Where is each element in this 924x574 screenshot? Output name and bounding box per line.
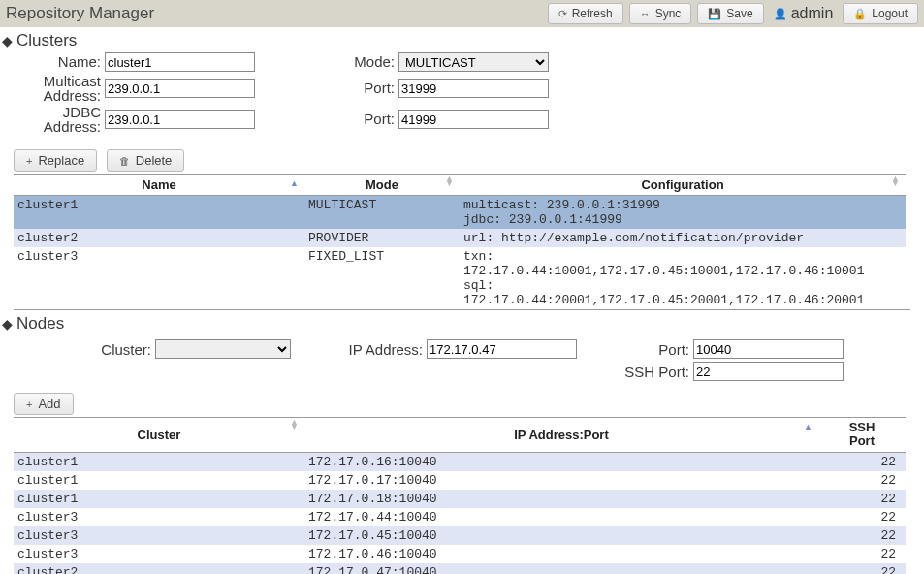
sync-icon: ↔ bbox=[640, 8, 651, 19]
cell-mode: FIXED_LIST bbox=[304, 247, 460, 309]
cluster-select[interactable] bbox=[155, 339, 291, 359]
cell-ipport: 172.17.0.44:10040 bbox=[304, 508, 818, 526]
port1-label: Port: bbox=[313, 80, 398, 96]
add-label: Add bbox=[38, 397, 60, 411]
user-label: 👤 admin bbox=[774, 5, 834, 22]
nodes-heading: ◆ Nodes bbox=[2, 314, 924, 334]
sort-icon: ▲▼ bbox=[891, 176, 900, 187]
cell-cluster: cluster1 bbox=[14, 490, 304, 508]
mode-select[interactable]: MULTICAST bbox=[398, 52, 549, 72]
clusters-form: Name: Mode: MULTICAST MulticastAddress: … bbox=[0, 52, 924, 142]
refresh-button[interactable]: ⟳ Refresh bbox=[548, 3, 623, 24]
cell-cluster: cluster1 bbox=[14, 471, 304, 490]
lock-icon: 🔒 bbox=[853, 8, 867, 20]
table-row[interactable]: cluster3172.17.0.44:1004022 bbox=[14, 508, 906, 526]
table-row[interactable]: cluster1172.17.0.18:1004022 bbox=[14, 490, 906, 508]
cluster-label: Cluster: bbox=[10, 341, 155, 358]
col-mode[interactable]: Mode▲▼ bbox=[304, 175, 460, 196]
table-row[interactable]: cluster1MULTICASTmulticast: 239.0.0.1:31… bbox=[14, 196, 906, 230]
table-row[interactable]: cluster3FIXED_LISTtxn: 172.17.0.44:10001… bbox=[14, 247, 906, 309]
cell-ipport: 172.17.0.46:10040 bbox=[304, 545, 818, 563]
sync-label: Sync bbox=[655, 7, 682, 20]
table-row[interactable]: cluster1172.17.0.16:1004022 bbox=[14, 452, 906, 471]
sync-button[interactable]: ↔ Sync bbox=[629, 3, 692, 24]
diamond-icon: ◆ bbox=[2, 317, 13, 331]
port-label: Port: bbox=[606, 341, 693, 358]
cell-ipport: 172.17.0.18:10040 bbox=[304, 490, 818, 508]
cell-name: cluster2 bbox=[14, 229, 304, 247]
table-row[interactable]: cluster3172.17.0.45:1004022 bbox=[14, 526, 906, 545]
mode-label: Mode: bbox=[313, 54, 398, 70]
nodes-table: Cluster▲▼ IP Address:Port▲ SSHPort clust… bbox=[14, 417, 906, 574]
app-title: Repository Manager bbox=[6, 4, 154, 23]
cell-ssh: 22 bbox=[818, 471, 906, 490]
delete-label: Delete bbox=[136, 153, 173, 168]
save-label: Save bbox=[726, 7, 752, 20]
cell-name: cluster3 bbox=[14, 247, 304, 309]
nodes-title: Nodes bbox=[16, 314, 64, 334]
clusters-table: Name▲ Mode▲▼ Configuration▲▼ cluster1MUL… bbox=[14, 174, 906, 309]
save-icon: 💾 bbox=[708, 8, 721, 20]
name-input[interactable] bbox=[105, 52, 255, 72]
cell-config: txn: 172.17.0.44:10001,172.17.0.45:10001… bbox=[460, 247, 906, 309]
replace-button[interactable]: + Replace bbox=[14, 149, 97, 172]
port2-input[interactable] bbox=[398, 110, 549, 129]
table-row[interactable]: cluster2172.17.0.47:1004022 bbox=[14, 563, 906, 574]
cell-ssh: 22 bbox=[818, 508, 906, 526]
ip-input[interactable] bbox=[427, 339, 577, 359]
logout-label: Logout bbox=[872, 7, 908, 20]
save-button[interactable]: 💾 Save bbox=[697, 3, 763, 24]
diamond-icon: ◆ bbox=[2, 34, 13, 48]
cell-cluster: cluster3 bbox=[14, 545, 304, 563]
cell-cluster: cluster3 bbox=[14, 526, 304, 545]
jdbc-addr-input[interactable] bbox=[105, 110, 255, 129]
cell-ssh: 22 bbox=[818, 563, 906, 574]
user-name: admin bbox=[791, 5, 834, 22]
col-ipport[interactable]: IP Address:Port▲ bbox=[304, 418, 818, 453]
cell-ssh: 22 bbox=[818, 452, 906, 471]
ip-label: IP Address: bbox=[320, 341, 427, 358]
multicast-addr-input[interactable] bbox=[105, 79, 255, 98]
plus-icon: + bbox=[26, 399, 32, 410]
multicast-addr-label: MulticastAddress: bbox=[10, 74, 105, 103]
cell-ipport: 172.17.0.16:10040 bbox=[304, 452, 818, 471]
trash-icon: 🗑 bbox=[119, 155, 130, 167]
user-icon: 👤 bbox=[774, 8, 787, 20]
name-label: Name: bbox=[10, 54, 105, 70]
delete-button[interactable]: 🗑 Delete bbox=[107, 149, 185, 172]
refresh-label: Refresh bbox=[572, 7, 613, 20]
cell-name: cluster1 bbox=[14, 196, 304, 230]
table-row[interactable]: cluster2PROVIDERurl: http://example.com/… bbox=[14, 229, 906, 247]
header-bar: Repository Manager ⟳ Refresh ↔ Sync 💾 Sa… bbox=[0, 0, 924, 27]
cell-ipport: 172.17.0.17:10040 bbox=[304, 471, 818, 490]
col-cluster[interactable]: Cluster▲▼ bbox=[14, 418, 304, 453]
sort-icon: ▲▼ bbox=[445, 176, 454, 187]
add-button[interactable]: + Add bbox=[14, 393, 74, 415]
cell-config: url: http://example.com/notification/pro… bbox=[460, 229, 906, 247]
clusters-heading: ◆ Clusters bbox=[2, 31, 924, 50]
ssh-input[interactable] bbox=[693, 362, 844, 381]
cell-ipport: 172.17.0.47:10040 bbox=[304, 563, 818, 574]
cell-cluster: cluster1 bbox=[14, 452, 304, 471]
cell-ssh: 22 bbox=[818, 490, 906, 508]
sort-icon: ▲▼ bbox=[290, 420, 299, 430]
port2-label: Port: bbox=[313, 112, 398, 127]
port-input[interactable] bbox=[693, 339, 844, 359]
cell-ssh: 22 bbox=[818, 545, 906, 563]
nodes-form: Cluster: IP Address: Port: SSH Port: bbox=[0, 335, 924, 385]
ssh-label: SSH Port: bbox=[606, 364, 693, 380]
col-config[interactable]: Configuration▲▼ bbox=[460, 175, 906, 196]
logout-button[interactable]: 🔒 Logout bbox=[843, 3, 918, 24]
col-name[interactable]: Name▲ bbox=[14, 175, 304, 196]
replace-label: Replace bbox=[38, 153, 84, 168]
table-row[interactable]: cluster3172.17.0.46:1004022 bbox=[14, 545, 906, 563]
col-ssh[interactable]: SSHPort bbox=[818, 418, 906, 453]
jdbc-addr-label: JDBCAddress: bbox=[10, 105, 105, 134]
port1-input[interactable] bbox=[398, 79, 549, 98]
cell-ssh: 22 bbox=[818, 526, 906, 545]
sort-asc-icon: ▲ bbox=[290, 178, 299, 188]
clusters-title: Clusters bbox=[16, 31, 77, 50]
plus-icon: + bbox=[26, 155, 32, 167]
cell-config: multicast: 239.0.0.1:31999jdbc: 239.0.0.… bbox=[460, 196, 906, 230]
table-row[interactable]: cluster1172.17.0.17:1004022 bbox=[14, 471, 906, 490]
